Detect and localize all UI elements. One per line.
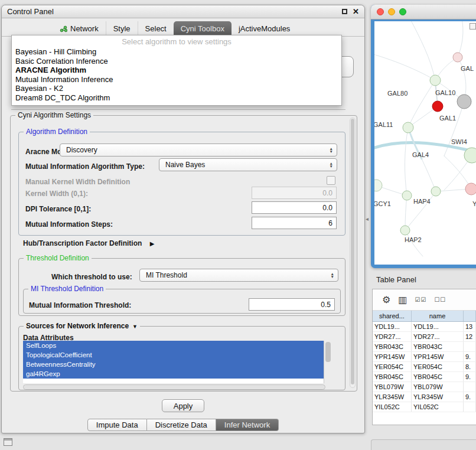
close-traffic-light-icon[interactable] [377,8,384,15]
mi-threshold-label: Mutual Information Threshold: [29,301,131,309]
tab-network[interactable]: Network [53,21,106,36]
network-node[interactable] [400,226,410,235]
tab-select[interactable]: Select [138,21,174,36]
network-edge [408,80,435,128]
select-all-icon[interactable]: ☑☑ [415,297,426,303]
algorithm-option[interactable]: Basic Correlation Inference [12,57,341,66]
minimize-traffic-light-icon[interactable] [388,8,395,15]
tab-label: Select [145,24,167,33]
table-row[interactable]: YBR043CYBR043C [373,342,476,352]
table-row[interactable]: YBR045CYBR045C9. [373,372,476,382]
table-row[interactable]: YLR345WYLR345W9. [373,392,476,402]
mi-algorithm-type-label: Mutual Information Algorithm Type: [25,162,145,171]
control-panel-window: Control Panel ✕ NetworkStyleSelectCyni T… [1,5,365,433]
mi-algorithm-type-value: Naive Bayes [165,161,205,169]
deselect-all-icon[interactable]: ☐☐ [434,297,446,303]
network-canvas[interactable]: GALGAL80GAL10GAL11GAL1SWI4GAL4GCY1HAP4YH… [374,21,476,265]
table-body: YDL19...YDL19...13YDR27...YDR27...12YBR0… [373,322,476,412]
bottom-tab-impute-data[interactable]: Impute Data [87,419,147,431]
table-row[interactable]: YBL079WYBL079W [373,382,476,392]
dropdown-placeholder: Select algorithm to view settings [12,35,341,47]
control-panel-titlebar[interactable]: Control Panel ✕ [2,5,364,18]
network-tab-icon [60,25,67,32]
attribute-item[interactable]: BetweennessCentrality [23,360,324,369]
network-node[interactable] [453,53,462,62]
overview-toggle-icon[interactable] [470,23,476,30]
zoom-traffic-light-icon[interactable] [399,8,406,15]
kernel-width-input[interactable] [252,187,337,199]
aracne-mode-select[interactable]: Discovery ▲▼ [60,144,337,156]
tab-cyni-toolbox[interactable]: Cyni Toolbox [174,21,232,36]
mi-steps-input[interactable] [252,217,337,229]
attribute-list[interactable]: SelfLoopsTopologicalCoefficientBetweenne… [23,341,331,383]
table-cell: YPR145W [373,352,412,361]
columns-icon[interactable]: ▥ [398,295,407,305]
algorithm-option[interactable]: Dream8 DC_TDC Algorithm [12,93,341,103]
gear-icon[interactable]: ⚙ [382,295,390,305]
network-node[interactable] [465,183,476,195]
dpi-tolerance-input[interactable] [252,201,337,214]
node-label: HAP2 [405,236,422,243]
network-node[interactable] [402,191,412,200]
table-row[interactable]: YDR27...YDR27...12 [373,332,476,342]
attribute-item[interactable]: SelfLoops [23,341,324,350]
threshold-definition-title: Threshold Definition [24,254,92,262]
minimized-window-icon[interactable] [4,438,12,446]
attribute-list-hscrollbar[interactable] [23,384,325,390]
attribute-item[interactable]: TopologicalCoefficient [23,350,324,360]
network-node[interactable] [431,187,441,196]
network-node[interactable] [403,122,413,133]
table-cell: YPR145W [412,352,464,361]
sources-group-title[interactable]: Sources for Network Inference▼ [24,322,140,330]
which-threshold-select[interactable]: MI Threshold ▲▼ [139,269,338,282]
algorithm-option[interactable]: ARACNE Algorithm [12,66,341,75]
table-row[interactable]: YDL19...YDL19...13 [373,322,476,332]
table-cell: 9. [464,392,476,402]
bottom-tab-discretize-data[interactable]: Discretize Data [147,419,216,431]
table-row[interactable]: YIL052CYIL052C [373,402,476,412]
close-icon[interactable]: ✕ [353,8,359,15]
table-cell: YLR345W [412,392,464,402]
table-cell [464,382,476,392]
column-header[interactable]: name [412,311,464,321]
table-row[interactable]: YER054CYER054C8. [373,362,476,372]
attribute-item[interactable]: gal4RGexp [23,369,324,379]
stepper-icon: ▲▼ [330,147,333,153]
tab-label: Cyni Toolbox [181,24,224,33]
table-cell: YER054C [373,362,412,371]
attribute-list-scrollbar[interactable] [324,341,331,383]
hub-section-label: Hub/Transcription Factor Definition [23,239,142,247]
tab-style[interactable]: Style [106,21,138,36]
algorithm-option[interactable]: Bayesian - K2 [12,84,341,93]
settings-scrollbar[interactable] [350,118,356,388]
panel-collapse-icon[interactable]: ◂ [366,216,369,222]
table-cell: 13 [464,322,476,331]
network-node[interactable] [430,75,441,86]
network-node[interactable] [457,94,471,109]
tab-jactivemodules[interactable]: jActiveModules [232,21,297,36]
hub-section-toggle[interactable]: Hub/Transcription Factor Definition ▶ [23,239,154,247]
algorithm-option[interactable]: Bayesian - Hill Climbing [12,47,341,57]
apply-button[interactable]: Apply [162,399,204,412]
bottom-tab-infer-network[interactable]: Infer Network [216,419,279,431]
table-row[interactable]: YPR145WYPR145W9. [373,352,476,362]
network-node[interactable] [432,101,443,112]
column-header[interactable]: shared... [373,311,412,321]
column-header[interactable] [464,311,476,321]
desktop: Control Panel ✕ NetworkStyleSelectCyni T… [0,0,476,450]
network-window-titlebar[interactable] [371,5,476,19]
algorithm-option[interactable]: Mutual Information Inference [12,75,341,84]
network-node[interactable] [374,180,382,191]
network-view-window: GALGAL80GAL10GAL11GAL1SWI4GAL4GCY1HAP4YH… [371,5,476,268]
tab-label: Network [70,24,99,33]
table-cell: YIL052C [412,402,464,412]
table-cell [464,342,476,351]
tab-label: Style [113,24,131,33]
mi-threshold-group-title: MI Threshold Definition [28,285,106,293]
mi-threshold-input[interactable] [249,298,335,311]
mi-algorithm-type-select[interactable]: Naive Bayes ▲▼ [159,158,337,171]
float-window-icon[interactable] [342,9,347,14]
attribute-items: SelfLoopsTopologicalCoefficientBetweenne… [23,341,324,379]
manual-kernel-checkbox[interactable] [327,176,335,185]
node-label: GAL1 [439,115,456,122]
